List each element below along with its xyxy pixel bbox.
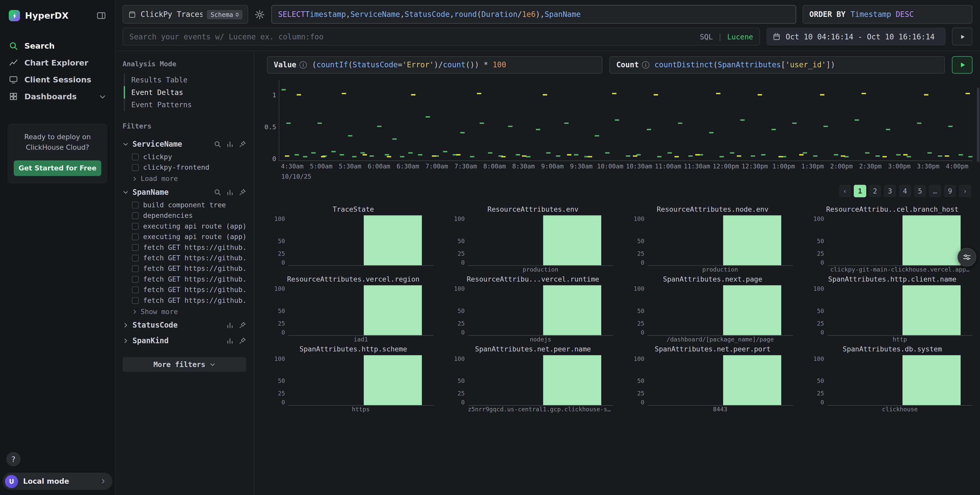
facet-bar[interactable] — [723, 355, 781, 405]
count-label: Count — [616, 61, 639, 69]
pagination-page-button[interactable]: 4 — [899, 185, 912, 197]
filter-group-servicename[interactable]: ServiceName — [123, 136, 246, 152]
facet-bar[interactable] — [903, 286, 961, 335]
search-bar: SQL | Lucene — [123, 27, 760, 46]
timeseries-plot[interactable] — [279, 80, 972, 161]
checkbox[interactable] — [132, 244, 139, 251]
scrollbar-thumb[interactable] — [977, 87, 980, 162]
analysis-mode-option[interactable]: Results Table — [124, 74, 246, 86]
search-icon[interactable] — [214, 188, 221, 195]
filter-group-statuscode[interactable]: StatusCode — [123, 317, 246, 333]
filter-option[interactable]: fetch GET https://github.… — [123, 263, 246, 274]
facet-y-tick-label: 25 — [278, 250, 285, 257]
facet-bar[interactable] — [903, 355, 961, 405]
search-input[interactable] — [129, 32, 695, 41]
checkbox[interactable] — [132, 297, 139, 304]
query-run-button[interactable] — [952, 56, 972, 73]
checkbox[interactable] — [132, 164, 139, 171]
facet-y-tick-label: 100 — [813, 286, 824, 292]
local-mode-pill[interactable]: U Local mode — [3, 473, 113, 490]
x-tick-label: 11:00am — [655, 163, 681, 170]
facet-bar[interactable] — [364, 286, 422, 335]
mode-lucene-toggle[interactable]: Lucene — [727, 32, 753, 41]
facet-bar[interactable] — [543, 355, 601, 405]
sidebar-item-search[interactable]: Search — [0, 37, 115, 54]
checkbox[interactable] — [132, 223, 139, 230]
search-icon[interactable] — [214, 140, 221, 148]
filter-option[interactable]: clickpy-frontend — [123, 162, 246, 173]
facet-bar[interactable] — [543, 215, 601, 265]
mode-sql-toggle[interactable]: SQL — [700, 32, 713, 41]
facet-bar[interactable] — [723, 286, 781, 335]
source-settings-gear-icon[interactable] — [255, 9, 265, 19]
filter-option[interactable]: dependencies — [123, 210, 246, 221]
info-icon: i — [299, 61, 307, 68]
facet-bar[interactable] — [364, 355, 422, 405]
analysis-mode-option[interactable]: Event Deltas — [124, 86, 246, 99]
filter-group-spanname[interactable]: SpanName — [123, 184, 246, 200]
filter-option[interactable]: executing api route (app)… — [123, 232, 246, 242]
filter-option[interactable]: fetch GET https://github.… — [123, 295, 246, 306]
filter-group-spankind[interactable]: SpanKind — [123, 333, 246, 348]
facet-bar[interactable] — [903, 215, 961, 265]
bars-icon[interactable] — [226, 321, 234, 328]
pin-icon[interactable] — [239, 321, 246, 328]
checkbox[interactable] — [132, 286, 139, 294]
order-by-input[interactable]: ORDER BY Timestamp DESC — [802, 5, 972, 24]
count-expression-input[interactable]: Counti countDistinct(SpanAttributes['use… — [609, 56, 945, 73]
search-run-button[interactable] — [952, 27, 972, 46]
sidebar-item-client-sessions[interactable]: Client Sessions — [0, 71, 115, 88]
bars-icon[interactable] — [226, 140, 234, 148]
database-icon — [128, 10, 136, 18]
pin-icon[interactable] — [239, 188, 246, 195]
get-started-button[interactable]: Get Started for Free — [14, 160, 102, 176]
value-expression-input[interactable]: Valuei (countIf(StatusCode='Error')/coun… — [267, 56, 603, 73]
checkbox[interactable] — [132, 201, 139, 209]
pin-icon[interactable] — [239, 337, 246, 344]
help-button[interactable]: ? — [6, 452, 21, 466]
filter-option[interactable]: fetch GET https://github.… — [123, 274, 246, 285]
bars-icon[interactable] — [226, 337, 234, 344]
filter-option-label: fetch GET https://github.… — [143, 265, 247, 273]
filter-option[interactable]: executing api route (app)… — [123, 221, 246, 232]
checkbox[interactable] — [132, 212, 139, 219]
pagination-page-button[interactable]: 1 — [854, 185, 866, 197]
chevron-right-icon — [132, 176, 138, 181]
sidebar-collapse-icon[interactable] — [96, 11, 106, 21]
pagination-next-button[interactable]: › — [959, 185, 971, 197]
facet-bar[interactable] — [723, 215, 781, 265]
filter-option[interactable]: fetch GET https://github.… — [123, 242, 246, 252]
pagination-page-button[interactable]: 2 — [869, 185, 881, 197]
source-selector[interactable]: ClickPy Traces Schema — [123, 5, 248, 24]
more-filters-button[interactable]: More filters — [123, 357, 246, 372]
facet-y-tick-label: 25 — [457, 390, 465, 397]
pagination-page-button[interactable]: 5 — [914, 185, 926, 197]
checkbox[interactable] — [132, 276, 139, 283]
facet-plot — [288, 286, 433, 336]
checkbox[interactable] — [132, 255, 139, 262]
bars-icon[interactable] — [226, 188, 234, 195]
checkbox[interactable] — [132, 233, 139, 240]
chart-settings-fab[interactable] — [958, 248, 976, 267]
select-clause-input[interactable]: SELECT Timestamp, ServiceName, StatusCod… — [271, 5, 796, 24]
date-range-picker[interactable]: Oct 10 04:16:14 - Oct 10 16:16:14 — [766, 27, 946, 46]
pagination-prev-button[interactable]: ‹ — [839, 185, 851, 197]
pagination-page-button[interactable]: 9 — [943, 185, 956, 197]
facet-bar[interactable] — [364, 215, 422, 265]
facet-bar[interactable] — [543, 286, 601, 335]
facet-chart-body: 10050250 — [273, 215, 433, 266]
sidebar-item-chart-explorer[interactable]: Chart Explorer — [0, 54, 115, 71]
checkbox[interactable] — [132, 154, 139, 160]
filter-option[interactable]: fetch GET https://github.… — [123, 285, 246, 295]
filter-option[interactable]: fetch GET https://github.… — [123, 253, 246, 263]
sidebar-item-dashboards[interactable]: Dashboards — [0, 88, 115, 105]
filter-group-more[interactable]: Load more — [123, 173, 246, 184]
filter-option[interactable]: clickpy — [123, 152, 246, 162]
filter-option[interactable]: build component tree — [123, 200, 246, 210]
checkbox[interactable] — [132, 265, 139, 272]
pin-icon[interactable] — [239, 140, 246, 148]
pagination-page-button[interactable]: 3 — [884, 185, 896, 197]
schema-badge[interactable]: Schema — [207, 10, 242, 19]
analysis-mode-option[interactable]: Event Patterns — [124, 98, 246, 111]
filter-group-more[interactable]: Show more — [123, 306, 246, 317]
